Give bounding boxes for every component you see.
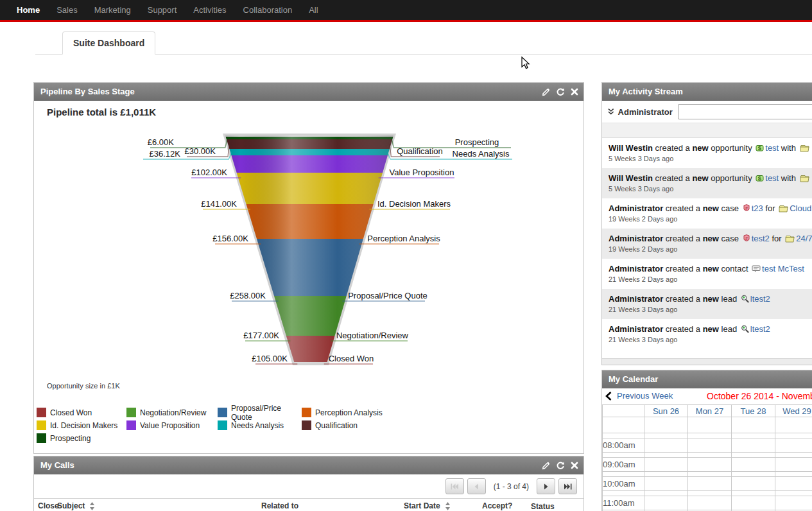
- edit-icon[interactable]: [541, 461, 551, 471]
- edit-icon[interactable]: [541, 87, 551, 97]
- legend-item: Qualification: [302, 420, 417, 430]
- activity-link[interactable]: test2: [752, 234, 770, 243]
- funnel-stage-label: Value Proposition: [390, 168, 454, 177]
- calendar-slot[interactable]: [732, 496, 775, 510]
- previous-week-link[interactable]: Previous Week: [605, 391, 673, 401]
- calendar-slot-half[interactable]: [603, 472, 644, 477]
- calendar-slot-half[interactable]: [644, 472, 688, 477]
- calendar-slot[interactable]: [644, 477, 688, 491]
- calendar-slot[interactable]: [775, 477, 812, 491]
- activity-user-label: Administrator: [618, 107, 673, 117]
- calendar-slot-half[interactable]: [775, 453, 812, 458]
- calendar-day-header[interactable]: Tue 28: [732, 405, 775, 417]
- calendar-slot-half[interactable]: [603, 491, 644, 496]
- calls-column-status[interactable]: Status: [531, 502, 576, 511]
- legend-label: Prospecting: [50, 434, 91, 443]
- activity-panel-header: My Activity Stream: [602, 83, 812, 101]
- activity-link[interactable]: test McTest: [762, 264, 804, 273]
- calendar-slot[interactable]: [644, 438, 688, 453]
- chevron-double-down-icon[interactable]: [607, 108, 615, 116]
- calendar-slot[interactable]: [644, 496, 688, 510]
- calendar-slot-half[interactable]: [732, 433, 775, 438]
- pagination-label: (1 - 3 of 4): [494, 482, 529, 491]
- nav-item-collaboration[interactable]: Collaboration: [235, 0, 301, 20]
- activity-item-text: Will Westin created a new opportunity $t…: [609, 143, 812, 153]
- funnel-legend: Closed WonNegotiation/ReviewProposal/Pri…: [37, 408, 417, 443]
- calendar-day-header[interactable]: Wed 29: [775, 405, 812, 417]
- calendar-slot[interactable]: [688, 417, 732, 433]
- sort-icon[interactable]: [445, 502, 450, 510]
- calendar-slot-half[interactable]: [644, 453, 688, 458]
- folder-icon: [785, 235, 795, 243]
- calendar-slot-half[interactable]: [775, 433, 812, 438]
- activity-link[interactable]: 24/7 Couriers: [796, 234, 812, 243]
- last-page-button[interactable]: [558, 478, 577, 494]
- nav-item-all[interactable]: All: [300, 0, 326, 20]
- calendar-slot[interactable]: [688, 458, 732, 472]
- calendar-slot-half[interactable]: [732, 453, 775, 458]
- next-page-button[interactable]: [537, 478, 555, 494]
- calendar-slot[interactable]: [775, 438, 812, 453]
- first-page-button[interactable]: [445, 478, 464, 494]
- sort-icon[interactable]: [90, 502, 94, 510]
- nav-item-support[interactable]: Support: [139, 0, 186, 20]
- funnel-value-label: £141.00K: [201, 199, 237, 209]
- refresh-icon[interactable]: [555, 461, 566, 471]
- activity-user-row: Administrator: [602, 101, 812, 123]
- activity-link[interactable]: test: [765, 173, 779, 183]
- calls-column-subject[interactable]: Subject: [57, 502, 261, 511]
- activity-panel-title: My Activity Stream: [609, 87, 683, 96]
- calendar-slot-half[interactable]: [688, 453, 732, 458]
- activity-timestamp: 21 Weeks 2 Days ago: [609, 275, 812, 283]
- activity-link[interactable]: t23: [752, 204, 763, 213]
- calendar-slot[interactable]: [775, 458, 812, 472]
- close-icon[interactable]: [570, 461, 579, 470]
- activity-post-input[interactable]: [678, 104, 812, 119]
- nav-item-home[interactable]: Home: [8, 0, 48, 20]
- calendar-slot[interactable]: [732, 438, 775, 453]
- activity-stream-panel: My Activity Stream Administrator Will We…: [601, 82, 812, 365]
- calendar-slot-half[interactable]: [775, 472, 812, 477]
- legend-label: Negotiation/Review: [140, 408, 206, 417]
- prev-page-button[interactable]: [467, 478, 486, 494]
- nav-item-activities[interactable]: Activities: [185, 0, 234, 20]
- calendar-slot[interactable]: [688, 496, 732, 510]
- top-nav: HomeSalesMarketingSupportActivitiesColla…: [0, 0, 812, 22]
- tab-suite-dashboard[interactable]: Suite Dashboard: [62, 31, 155, 55]
- calendar-slot-half[interactable]: [688, 472, 732, 477]
- calendar-day-header[interactable]: Sun 26: [644, 405, 688, 417]
- activity-link[interactable]: ltest2: [750, 294, 770, 304]
- calendar-slot-half[interactable]: [603, 433, 644, 438]
- calendar-day-header[interactable]: Mon 27: [688, 405, 732, 417]
- calendar-slot[interactable]: [688, 477, 732, 491]
- calendar-slot-half[interactable]: [732, 472, 775, 477]
- calendar-slot[interactable]: [688, 438, 732, 453]
- refresh-icon[interactable]: [555, 87, 566, 97]
- calendar-slot-half[interactable]: [644, 433, 688, 438]
- my-calls-panel: My Calls (1 - 3 of 4) CloseSubjectRelate…: [33, 456, 584, 511]
- activity-timestamp: 19 Weeks 2 Days ago: [609, 215, 812, 223]
- calendar-slot[interactable]: [644, 417, 688, 433]
- activity-link[interactable]: test: [765, 143, 779, 153]
- nav-item-sales[interactable]: Sales: [48, 0, 86, 20]
- calendar-slot-half[interactable]: [775, 491, 812, 496]
- calls-column-start-date[interactable]: Start Date: [404, 502, 482, 511]
- calendar-slot[interactable]: [775, 496, 812, 510]
- calendar-slot[interactable]: [775, 417, 812, 433]
- svg-text:#: #: [745, 206, 748, 211]
- activity-link[interactable]: ltest2: [750, 324, 770, 334]
- legend-label: Value Proposition: [140, 421, 200, 430]
- my-calls-panel-title: My Calls: [40, 460, 74, 470]
- nav-item-marketing[interactable]: Marketing: [86, 0, 139, 20]
- calendar-slot[interactable]: [732, 458, 775, 472]
- calendar-slot[interactable]: [732, 417, 775, 433]
- calendar-slot-half[interactable]: [732, 491, 775, 496]
- calendar-slot-half[interactable]: [688, 491, 732, 496]
- calendar-slot[interactable]: [644, 458, 688, 472]
- close-icon[interactable]: [570, 87, 579, 96]
- calendar-slot-half[interactable]: [644, 491, 688, 496]
- calendar-slot-half[interactable]: [603, 453, 644, 458]
- calendar-slot-half[interactable]: [688, 433, 732, 438]
- activity-link[interactable]: Cloud Cover Trust: [790, 204, 812, 213]
- calendar-slot[interactable]: [732, 477, 775, 491]
